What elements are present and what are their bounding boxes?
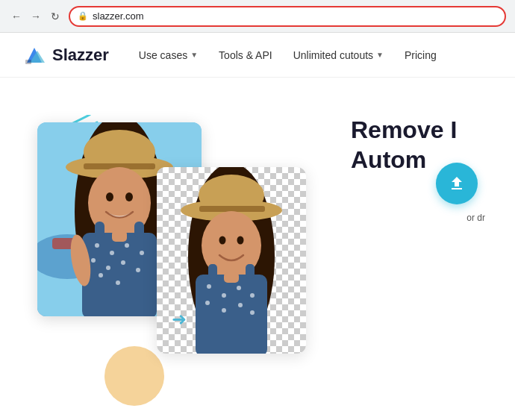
svg-point-18: [95, 243, 99, 248]
drop-text: or dr: [466, 213, 485, 223]
svg-point-50: [205, 301, 210, 305]
website-content: Slazzer Use cases ▼ Tools & API Unlimite…: [0, 33, 515, 420]
logo[interactable]: Slazzer: [22, 43, 109, 67]
svg-point-52: [238, 303, 243, 307]
svg-rect-56: [224, 272, 239, 283]
hero-section: ➜ Remove I Autom or dr: [0, 78, 515, 420]
address-bar[interactable]: 🔒 slazzer.com: [69, 6, 506, 27]
svg-point-48: [237, 286, 241, 290]
transform-arrow: ➜: [172, 309, 187, 330]
nav-pricing[interactable]: Pricing: [405, 49, 437, 61]
svg-rect-2: [25, 60, 31, 64]
back-button[interactable]: ←: [9, 9, 24, 24]
svg-rect-30: [112, 231, 127, 242]
svg-point-22: [91, 258, 96, 263]
hero-text: Remove I Autom or dr: [336, 100, 493, 420]
browser-controls: ← → ↻: [9, 9, 63, 24]
svg-point-25: [136, 268, 140, 272]
nav-tools-api[interactable]: Tools & API: [219, 49, 272, 61]
svg-point-27: [116, 280, 120, 285]
nav-use-cases[interactable]: Use cases ▼: [139, 49, 198, 61]
reload-button[interactable]: ↻: [48, 9, 63, 24]
forward-button[interactable]: →: [28, 9, 43, 24]
nav-links: Use cases ▼ Tools & API Unlimited cutout…: [139, 49, 437, 61]
svg-rect-28: [95, 222, 104, 238]
lock-icon: 🔒: [78, 11, 88, 21]
svg-rect-55: [246, 264, 255, 279]
svg-rect-17: [82, 233, 157, 316]
svg-point-24: [121, 260, 125, 265]
hero-heading: Remove I Autom: [351, 115, 493, 175]
svg-point-43: [219, 236, 226, 245]
svg-point-51: [222, 308, 226, 313]
svg-rect-54: [208, 264, 217, 279]
upload-button[interactable]: [436, 163, 478, 204]
svg-point-19: [110, 251, 114, 255]
svg-point-44: [237, 236, 244, 245]
svg-point-53: [250, 310, 255, 315]
navigation: Slazzer Use cases ▼ Tools & API Unlimite…: [0, 33, 515, 78]
url-text: slazzer.com: [93, 10, 144, 22]
svg-point-26: [99, 273, 103, 278]
hero-images: ➜: [22, 107, 336, 420]
nav-unlimited-cutouts[interactable]: Unlimited cutouts ▼: [293, 49, 384, 61]
decorative-circle: [104, 346, 164, 406]
svg-rect-41: [199, 206, 265, 212]
upload-icon: [448, 175, 466, 192]
svg-point-20: [125, 243, 129, 248]
svg-point-46: [207, 284, 211, 289]
logo-text: Slazzer: [52, 46, 109, 65]
svg-point-23: [106, 266, 110, 270]
svg-point-49: [250, 293, 255, 298]
svg-point-16: [125, 192, 133, 201]
svg-rect-29: [134, 222, 144, 238]
browser-chrome: ← → ↻ 🔒 slazzer.com: [0, 0, 515, 33]
chevron-icon: ▼: [190, 51, 198, 59]
chevron-down-icon: ▼: [376, 51, 384, 59]
svg-point-15: [106, 192, 113, 201]
svg-rect-45: [196, 275, 267, 354]
svg-point-47: [222, 293, 226, 298]
svg-point-21: [140, 251, 144, 255]
logo-icon: [22, 43, 46, 67]
